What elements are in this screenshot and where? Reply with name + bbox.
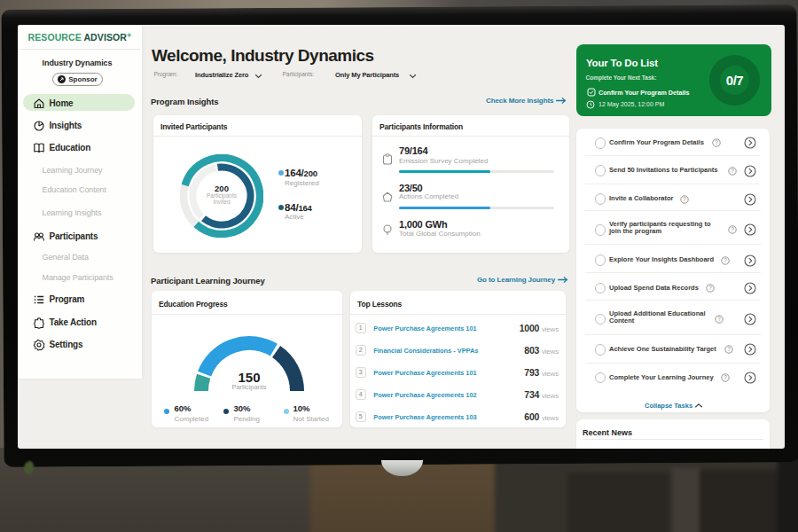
svg-text:?: ? (731, 226, 734, 232)
svg-text:?: ? (724, 374, 727, 380)
svg-text:?: ? (715, 140, 718, 146)
svg-text:?: ? (683, 196, 686, 202)
svg-text:?: ? (727, 346, 731, 352)
svg-text:?: ? (724, 257, 727, 263)
svg-text:?: ? (717, 316, 721, 322)
svg-text:?: ? (731, 168, 734, 174)
svg-text:?: ? (708, 285, 712, 291)
